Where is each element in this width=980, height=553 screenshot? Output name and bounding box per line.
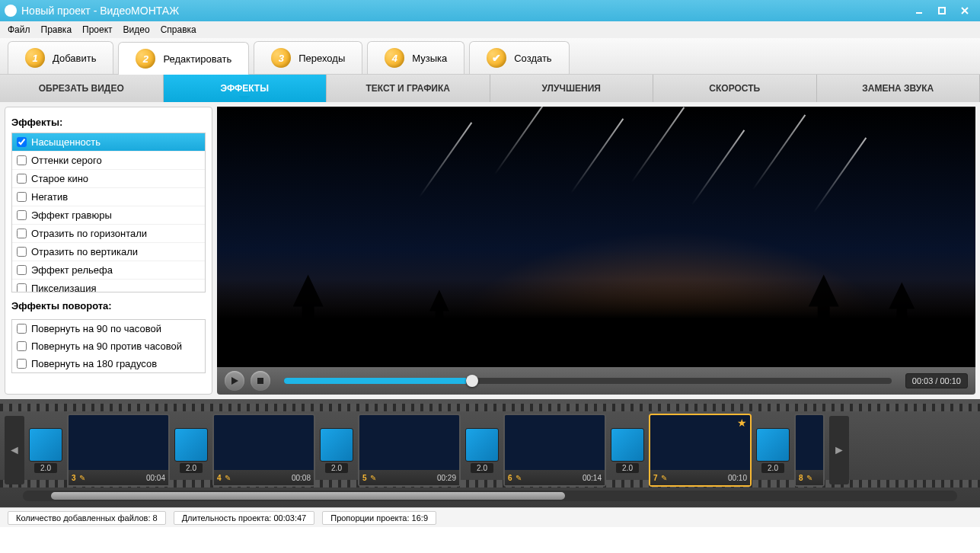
subtab-5[interactable]: ЗАМЕНА ЗВУКА <box>817 75 981 102</box>
effect-item[interactable]: Оттенки серого <box>12 152 205 170</box>
effect-checkbox[interactable] <box>17 210 27 220</box>
svg-rect-5 <box>257 378 263 384</box>
subtab-1[interactable]: ЭФФЕКТЫ <box>164 75 327 102</box>
effect-label: Повернуть на 180 градусов <box>31 358 157 369</box>
effects-heading: Эффекты: <box>11 117 206 128</box>
status-aspect: Пропорции проекта: 16:9 <box>322 511 436 525</box>
effect-label: Повернуть на 90 по часовой <box>31 323 161 334</box>
timeline-scrollbar[interactable] <box>23 491 957 501</box>
clip-number: 4 <box>217 474 222 482</box>
menu-правка[interactable]: Правка <box>41 24 72 35</box>
rotation-list[interactable]: Повернуть на 90 по часовойПовернуть на 9… <box>11 319 206 373</box>
clip-number: 3 <box>72 474 76 482</box>
effect-checkbox[interactable] <box>17 359 27 369</box>
transition-slot[interactable]: 2.0 <box>29 428 62 473</box>
step-label: Редактировать <box>163 53 231 65</box>
seek-knob[interactable] <box>466 375 478 387</box>
effect-item[interactable]: Насыщенность <box>12 133 205 152</box>
clip-duration: 00:29 <box>437 474 456 482</box>
clip-meta: 5✎00:29 <box>359 470 459 485</box>
clip-8[interactable]: 8✎ <box>794 414 825 487</box>
edit-icon[interactable]: ✎ <box>806 474 812 482</box>
clip-thumbnail <box>214 415 314 470</box>
effect-checkbox[interactable] <box>17 229 27 238</box>
effect-item[interactable]: Старое кино <box>12 170 205 188</box>
time-display: 00:03 / 00:10 <box>905 373 968 388</box>
effect-checkbox[interactable] <box>17 137 27 147</box>
transition-slot[interactable]: 2.0 <box>611 428 644 473</box>
effect-item[interactable]: Отразить по вертикали <box>12 243 205 261</box>
clip-7[interactable]: ★7✎00:10 <box>649 414 752 487</box>
effect-item[interactable]: Эффект гравюры <box>12 206 205 225</box>
menu-проект[interactable]: Проект <box>82 24 113 35</box>
step-1[interactable]: 1Добавить <box>8 41 113 74</box>
transition-slot[interactable]: 2.0 <box>174 428 208 473</box>
svg-rect-1 <box>939 8 945 14</box>
transition-slot[interactable]: 2.0 <box>756 428 790 473</box>
edit-icon[interactable]: ✎ <box>370 474 376 482</box>
effect-item[interactable]: Отразить по горизонтали <box>12 225 205 243</box>
effect-checkbox[interactable] <box>17 324 27 334</box>
effect-checkbox[interactable] <box>17 174 27 184</box>
effect-item[interactable]: Повернуть на 180 градусов <box>12 355 205 372</box>
effect-checkbox[interactable] <box>17 265 27 275</box>
subtab-0[interactable]: ОБРЕЗАТЬ ВИДЕО <box>0 75 164 102</box>
edit-icon[interactable]: ✎ <box>516 474 522 482</box>
minimize-button[interactable] <box>908 4 930 18</box>
play-button[interactable] <box>225 371 244 391</box>
step-label: Музыка <box>412 53 447 64</box>
edit-icon[interactable]: ✎ <box>661 474 667 482</box>
subtab-2[interactable]: ТЕКСТ И ГРАФИКА <box>327 75 490 102</box>
menu-файл[interactable]: Файл <box>8 24 30 35</box>
effect-checkbox[interactable] <box>17 192 27 202</box>
effect-label: Повернуть на 90 против часовой <box>31 340 182 352</box>
transition-icon <box>756 428 790 462</box>
window-title: Новый проект - ВидеоМОНТАЖ <box>21 5 179 17</box>
edit-icon[interactable]: ✎ <box>225 474 231 482</box>
effect-label: Отразить по вертикали <box>31 246 138 257</box>
effect-checkbox[interactable] <box>17 341 27 351</box>
effect-checkbox[interactable] <box>17 155 27 165</box>
menu-видео[interactable]: Видео <box>123 24 150 35</box>
effects-panel: Эффекты: НасыщенностьОттенки серогоСтаро… <box>5 107 212 395</box>
step-2[interactable]: 2Редактировать <box>118 42 249 75</box>
clip-duration: 00:10 <box>728 474 747 482</box>
close-button[interactable] <box>954 4 975 18</box>
titlebar: Новый проект - ВидеоМОНТАЖ <box>0 0 980 21</box>
effect-item[interactable]: Повернуть на 90 по часовой <box>12 320 205 337</box>
app-icon <box>5 5 17 17</box>
stop-button[interactable] <box>251 371 270 391</box>
effect-label: Пикселизация <box>31 283 97 292</box>
step-5[interactable]: Создать <box>469 41 569 74</box>
effect-item[interactable]: Негатив <box>12 188 205 206</box>
effects-list[interactable]: НасыщенностьОттенки серогоСтарое киноНег… <box>11 133 206 292</box>
clip-5[interactable]: 5✎00:29 <box>358 414 461 487</box>
effect-item[interactable]: Эффект рельефа <box>12 261 205 280</box>
clip-4[interactable]: 4✎00:08 <box>212 414 315 487</box>
menu-справка[interactable]: Справка <box>161 24 196 35</box>
step-3[interactable]: 3Переходы <box>254 41 362 74</box>
effect-item[interactable]: Повернуть на 90 против часовой <box>12 337 205 355</box>
clip-number: 5 <box>362 474 367 482</box>
edit-icon[interactable]: ✎ <box>79 474 85 482</box>
step-4[interactable]: 4Музыка <box>367 41 464 74</box>
subtab-3[interactable]: УЛУЧШЕНИЯ <box>490 75 654 102</box>
effect-checkbox[interactable] <box>17 247 27 257</box>
step-badge-icon: 3 <box>271 48 291 68</box>
seek-bar[interactable] <box>284 378 892 384</box>
effect-checkbox[interactable] <box>17 283 27 292</box>
transition-duration: 2.0 <box>34 463 57 473</box>
transition-icon <box>465 428 499 462</box>
timeline-prev-button[interactable]: ◄ <box>5 416 24 484</box>
timeline-next-button[interactable]: ► <box>829 416 849 484</box>
transition-slot[interactable]: 2.0 <box>320 428 353 473</box>
transition-slot[interactable]: 2.0 <box>465 428 499 473</box>
clip-thumbnail <box>505 415 605 470</box>
effect-item[interactable]: Пикселизация <box>12 280 205 292</box>
clip-6[interactable]: 6✎00:14 <box>503 414 606 487</box>
clip-meta: 4✎00:08 <box>214 470 314 485</box>
maximize-button[interactable] <box>931 4 953 18</box>
clip-3[interactable]: 3✎00:04 <box>67 414 170 487</box>
clip-meta: 3✎00:04 <box>69 470 168 485</box>
subtab-4[interactable]: СКОРОСТЬ <box>653 75 817 102</box>
